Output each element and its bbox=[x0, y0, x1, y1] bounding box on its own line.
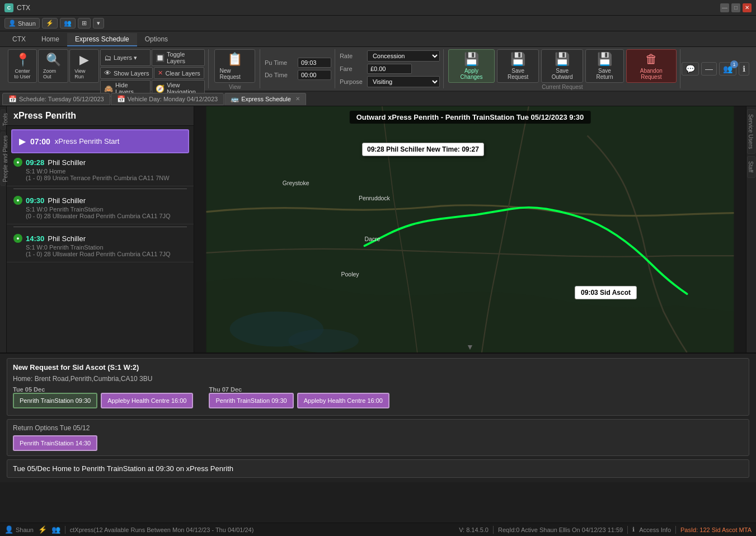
tab-express-schedule[interactable]: Express Schedule bbox=[67, 33, 137, 46]
abandon-request-button[interactable]: 🗑 Abandon Request bbox=[626, 49, 677, 83]
sb-sep-4 bbox=[675, 526, 676, 534]
vtab-service-users[interactable]: Service Users bbox=[747, 109, 755, 154]
view-run-icon: ▶ bbox=[79, 53, 89, 67]
app-icon: C bbox=[4, 3, 13, 12]
new-request-icon: 📋 bbox=[227, 52, 242, 67]
info-button[interactable]: ℹ bbox=[739, 62, 749, 76]
clear-layers-icon: ✕ bbox=[158, 69, 163, 77]
center-to-user-button[interactable]: 📍 Centerto User bbox=[8, 49, 37, 83]
tooltip-sid: 09:03 Sid Ascot bbox=[575, 286, 637, 299]
qat-user[interactable]: 👤 Shaun bbox=[4, 18, 40, 29]
do-time-input[interactable] bbox=[298, 70, 331, 80]
stop-item-1[interactable]: ● 09:28 Phil Schiller S:1 W:0 Home (1 - … bbox=[7, 153, 194, 186]
vtab-tools[interactable]: Tools bbox=[1, 109, 6, 130]
time-controls: Pu Time Do Time bbox=[261, 49, 335, 88]
zoom-out-button[interactable]: 🔍 Zoom Out bbox=[38, 49, 68, 83]
purpose-label: Purpose bbox=[340, 78, 365, 85]
minus-button[interactable]: — bbox=[701, 62, 717, 76]
tue-card-1[interactable]: Penrith TrainStation 09:30 bbox=[13, 393, 97, 408]
minimize-button[interactable]: — bbox=[720, 3, 729, 12]
svg-text:Greystoke: Greystoke bbox=[283, 180, 309, 186]
left-sidebar: Tools People and Places bbox=[0, 106, 7, 352]
collapse-arrow[interactable]: ▼ bbox=[465, 341, 475, 352]
qat-dropdown[interactable]: ▾ bbox=[93, 18, 104, 29]
toggle-layers-icon: 🔲 bbox=[156, 54, 165, 62]
pu-time-input[interactable] bbox=[298, 58, 331, 68]
stop-detail-2: S:1 W:0 Penrith TrainStation (0 - 0) 28 … bbox=[13, 206, 187, 219]
app-title: CTX bbox=[17, 4, 720, 12]
sb-lightning: ⚡ bbox=[38, 525, 47, 534]
schedule-panel: xPress Penrith ▶ 07:00 xPress Penrith St… bbox=[7, 106, 194, 352]
stop-separator-2 bbox=[13, 227, 187, 227]
tab-close-button[interactable]: ✕ bbox=[295, 96, 300, 102]
stop-item-2[interactable]: ● 09:30 Phil Schiller S:1 W:0 Penrith Tr… bbox=[7, 191, 194, 224]
users-button[interactable]: 👥 1 bbox=[719, 62, 736, 76]
sb-info-icon: ℹ bbox=[632, 526, 635, 533]
map-area[interactable]: Outward xPress Penrith - Penrith TrainSt… bbox=[194, 106, 746, 352]
save-outward-icon: 💾 bbox=[555, 52, 570, 67]
save-request-button[interactable]: 💾 Save Request bbox=[497, 49, 539, 83]
tooltip-schiller: 09:28 Phil Schiller New Time: 09:27 bbox=[362, 143, 484, 156]
return-card-1[interactable]: Penrith TrainStation 14:30 bbox=[13, 435, 97, 451]
express-tab-icon: 🚌 bbox=[231, 95, 239, 103]
clear-layers-button[interactable]: ✕ Clear Layers bbox=[154, 67, 204, 79]
zoom-out-icon: 🔍 bbox=[46, 53, 61, 67]
rate-label: Rate bbox=[340, 53, 365, 59]
qat-group[interactable]: 👥 bbox=[60, 18, 76, 29]
tab-options[interactable]: Options bbox=[137, 33, 176, 46]
vtab-staff[interactable]: Staff bbox=[747, 156, 755, 177]
show-layers-button[interactable]: 👁 Show Layers bbox=[100, 67, 153, 79]
layers-button[interactable]: 🗂 Layers ▾ bbox=[100, 49, 151, 66]
return-options-section: Return Options Tue 05/12 Penrith TrainSt… bbox=[7, 419, 749, 456]
date-tue-label: Tue 05 Dec bbox=[13, 386, 193, 393]
svg-text:Pooley: Pooley bbox=[341, 271, 360, 278]
qat-grid[interactable]: ⊞ bbox=[78, 18, 91, 29]
apply-icon: 💾 bbox=[464, 52, 479, 67]
view-nav-icon: 🧭 bbox=[156, 84, 165, 93]
home-label: Home: Brent Road,Penrith,Cumbria,CA10 3B… bbox=[13, 375, 743, 383]
tab-schedule-tuesday[interactable]: 📅 Schedule: Tuesday 05/12/2023 bbox=[2, 93, 110, 105]
new-request-button[interactable]: 📋 New Request bbox=[214, 49, 255, 83]
titlebar: C CTX — □ ✕ bbox=[0, 0, 756, 16]
toggle-layers-button[interactable]: 🔲 Toggle Layers bbox=[152, 49, 205, 66]
view-run-button[interactable]: ▶ View Run bbox=[69, 49, 99, 83]
return-options-cards: Penrith TrainStation 14:30 bbox=[13, 435, 743, 451]
vtab-people-places[interactable]: People and Places bbox=[1, 131, 6, 186]
fare-input[interactable] bbox=[367, 64, 412, 74]
run-play-icon: ▶ bbox=[19, 136, 26, 147]
apply-changes-button[interactable]: 💾 Apply Changes bbox=[448, 49, 495, 83]
pu-time-label: Pu Time bbox=[265, 59, 295, 66]
statusbar: 👤 Shaun ⚡ 👥 ctXpress(12 Available Runs B… bbox=[0, 523, 756, 536]
ribbon-content: 📍 Centerto User 🔍 Zoom Out ▶ View Run 🗂 … bbox=[0, 47, 756, 92]
rate-select[interactable]: Concession Standard Free bbox=[367, 50, 440, 62]
schedule-title: xPress Penrith bbox=[7, 106, 194, 126]
stop-detail-1: S:1 W:0 Home (1 - 0) 89 Union Terrace Pe… bbox=[13, 168, 187, 181]
stop-separator-1 bbox=[13, 189, 187, 189]
schedule-tab-icon: 📅 bbox=[8, 95, 17, 103]
map-title: Outward xPress Penrith - Penrith TrainSt… bbox=[350, 111, 591, 124]
tab-home[interactable]: Home bbox=[34, 33, 67, 46]
purpose-select[interactable]: Visiting Medical Shopping bbox=[367, 76, 440, 87]
tue-card-2[interactable]: Appleby Health Centre 16:00 bbox=[101, 393, 193, 408]
maximize-button[interactable]: □ bbox=[731, 3, 740, 12]
save-outward-button[interactable]: 💾 Save Outward bbox=[541, 49, 583, 83]
tab-vehicle-day[interactable]: 📅 Vehicle Day: Monday 04/12/2023 bbox=[111, 93, 224, 105]
run-start-card[interactable]: ▶ 07:00 xPress Penrith Start bbox=[11, 129, 189, 153]
thu-card-1[interactable]: Penrith TrainStation 09:30 bbox=[209, 393, 293, 408]
date-group-tue: Tue 05 Dec Penrith TrainStation 09:30 Ap… bbox=[13, 386, 193, 408]
close-button[interactable]: ✕ bbox=[743, 3, 752, 12]
save-return-icon: 💾 bbox=[597, 52, 612, 67]
ribbon-group-view: 📋 New Request View bbox=[210, 49, 260, 88]
sb-user-icon: 👤 bbox=[4, 525, 13, 534]
stop-item-3[interactable]: ● 14:30 Phil Schiller S:1 W:0 Penrith Tr… bbox=[7, 229, 194, 262]
document-tabs: 📅 Schedule: Tuesday 05/12/2023 📅 Vehicle… bbox=[0, 92, 756, 106]
tab-ctx[interactable]: CTX bbox=[4, 33, 34, 46]
thu-card-2[interactable]: Appleby Health Centre 16:00 bbox=[297, 393, 389, 408]
sb-right: V: 8.14.5.0 ReqId:0 Active Shaun Ellis O… bbox=[459, 526, 752, 534]
stop-circle-1: ● bbox=[13, 158, 22, 167]
fare-label: Fare bbox=[340, 65, 365, 72]
save-return-button[interactable]: 💾 Save Return bbox=[585, 49, 623, 83]
qat-lightning[interactable]: ⚡ bbox=[42, 18, 58, 29]
chat-button[interactable]: 💬 bbox=[682, 62, 699, 76]
tab-express-schedule-doc[interactable]: 🚌 Express Schedule ✕ bbox=[224, 93, 306, 105]
